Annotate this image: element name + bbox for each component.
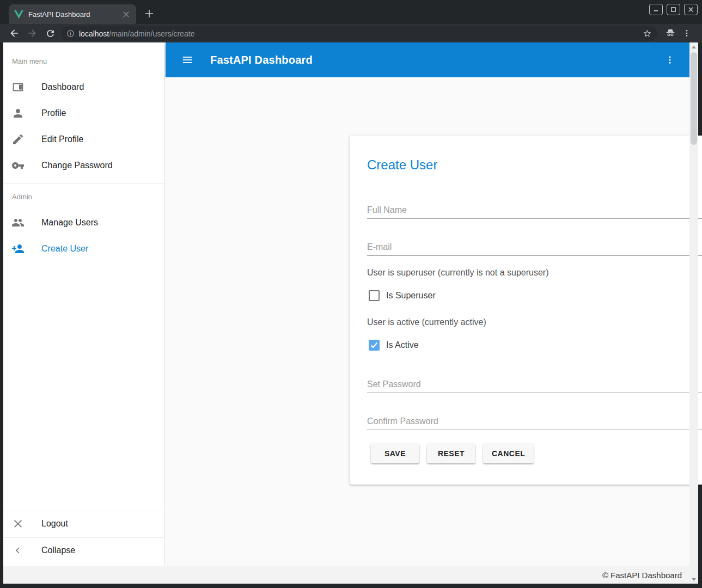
forward-icon[interactable] [26, 27, 39, 40]
checkbox-checked-icon [369, 340, 380, 351]
pencil-icon [11, 133, 25, 146]
app-menu-kebab-icon[interactable] [661, 51, 679, 69]
sidebar-item-profile[interactable]: Profile [3, 100, 164, 126]
checkbox-label: Is Superuser [386, 291, 436, 301]
full-name-input[interactable] [367, 198, 702, 219]
app-bar: FastAPI Dashboard [166, 42, 689, 77]
bookmark-star-icon[interactable] [643, 29, 652, 38]
password-input[interactable] [367, 372, 702, 393]
sidebar-caption-admin: Admin [12, 193, 32, 201]
save-button[interactable]: SAVE [371, 444, 419, 463]
app-title: FastAPI Dashboard [210, 54, 313, 66]
page-title: Create User [367, 157, 437, 173]
divider [3, 183, 164, 184]
page-content: Main menu Dashboard Profile Edit Profile [3, 42, 698, 584]
close-icon [11, 517, 25, 530]
full-name-field [367, 198, 702, 219]
main-content-area: Create User User is superuser (currently… [166, 77, 689, 566]
people-icon [11, 216, 25, 229]
chevron-left-icon [11, 544, 25, 557]
create-user-card: Create User User is superuser (currently… [350, 136, 702, 485]
active-hint: User is active (currently active) [367, 317, 486, 327]
dashboard-icon [11, 81, 25, 94]
email-field [367, 235, 702, 256]
confirm-password-field [367, 409, 702, 430]
window-controls [649, 4, 698, 15]
browser-menu-kebab-icon[interactable] [680, 27, 693, 40]
scroll-down-icon[interactable] [689, 575, 698, 584]
is-active-checkbox[interactable]: Is Active [369, 340, 419, 351]
sidebar-item-create-user[interactable]: Create User [3, 236, 164, 262]
scrollbar-thumb[interactable] [691, 52, 697, 145]
checkbox-label: Is Active [386, 340, 419, 350]
email-input[interactable] [367, 235, 702, 256]
sidebar-caption-main: Main menu [12, 57, 47, 65]
sidebar-item-dashboard[interactable]: Dashboard [3, 74, 164, 100]
confirm-password-input[interactable] [367, 409, 702, 430]
incognito-icon [664, 27, 677, 40]
tab-title: FastAPI Dashboard [28, 10, 90, 19]
sidebar-item-logout[interactable]: Logout [3, 511, 164, 537]
sidebar: Main menu Dashboard Profile Edit Profile [3, 42, 165, 566]
sidebar-item-change-password[interactable]: Change Password [3, 152, 164, 179]
is-superuser-checkbox[interactable]: Is Superuser [369, 290, 436, 301]
browser-tab[interactable]: FastAPI Dashboard [9, 4, 136, 24]
checkbox-unchecked-icon [369, 290, 380, 301]
page-footer: © FastAPI Dashboard [3, 566, 689, 584]
password-field [367, 372, 702, 393]
close-window-button[interactable] [684, 4, 698, 15]
person-add-icon [11, 242, 25, 255]
sidebar-item-manage-users[interactable]: Manage Users [3, 210, 164, 236]
reload-icon[interactable] [44, 27, 57, 40]
address-bar[interactable]: localhost /main/admin/users/create [61, 26, 657, 41]
superuser-hint: User is superuser (currently is not a su… [367, 268, 548, 278]
page-info-icon[interactable] [66, 29, 75, 38]
cancel-button[interactable]: CANCEL [483, 444, 534, 463]
sidebar-item-edit-profile[interactable]: Edit Profile [3, 126, 164, 152]
scrollbar[interactable] [689, 42, 698, 584]
sidebar-item-collapse[interactable]: Collapse [3, 537, 164, 564]
new-tab-icon[interactable] [143, 7, 156, 20]
form-buttons: SAVE RESET CANCEL [371, 444, 534, 463]
vue-logo-icon [14, 10, 23, 19]
minimize-button[interactable] [649, 4, 663, 15]
copyright-text: © FastAPI Dashboard [602, 571, 682, 580]
key-icon [11, 159, 25, 172]
url-path: /main/admin/users/create [109, 29, 194, 38]
hamburger-menu-icon[interactable] [179, 51, 196, 69]
reset-button[interactable]: RESET [427, 444, 475, 463]
tab-close-icon[interactable] [121, 9, 131, 19]
person-icon [11, 107, 25, 120]
tab-strip: FastAPI Dashboard [0, 0, 702, 24]
browser-window: FastAPI Dashboard [0, 0, 702, 588]
url-host: localhost [79, 29, 109, 38]
scroll-up-icon[interactable] [689, 42, 698, 51]
maximize-button[interactable] [667, 4, 680, 15]
back-icon[interactable] [8, 27, 21, 40]
